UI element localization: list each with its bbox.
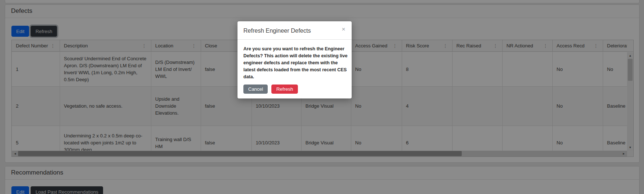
close-icon[interactable]: × bbox=[340, 26, 347, 33]
dialog-actions: Cancel Refresh bbox=[243, 85, 347, 94]
cancel-button[interactable]: Cancel bbox=[243, 85, 268, 94]
dialog-title: Refresh Engineer Defects bbox=[243, 28, 311, 34]
confirm-refresh-button[interactable]: Refresh bbox=[271, 85, 298, 94]
dialog-body: Are you sure you want to refresh the Eng… bbox=[237, 40, 352, 98]
dialog-header: Refresh Engineer Defects × bbox=[237, 21, 352, 40]
dialog-message: Are you sure you want to refresh the Eng… bbox=[243, 46, 348, 80]
refresh-engineer-defects-dialog: Refresh Engineer Defects × Are you sure … bbox=[237, 21, 352, 98]
